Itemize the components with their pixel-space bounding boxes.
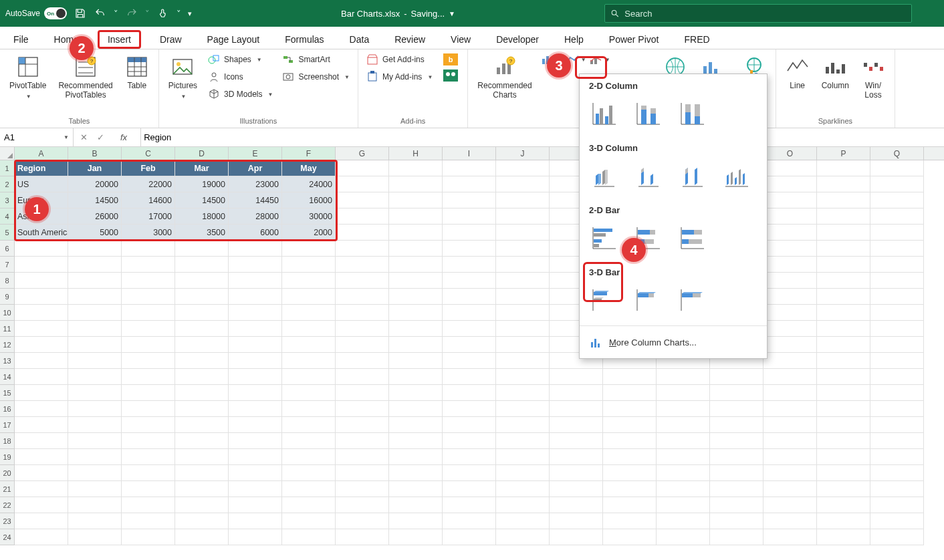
row-header[interactable]: 7	[0, 257, 15, 273]
cell[interactable]: Region	[15, 160, 68, 176]
cell[interactable]	[817, 160, 870, 176]
enter-formula-icon[interactable]: ✓	[97, 132, 104, 142]
3d-100-stacked-column-option[interactable]	[677, 161, 707, 190]
autosave-toggle[interactable]: AutoSave On	[5, 7, 67, 19]
cell[interactable]	[657, 417, 710, 433]
cell[interactable]	[817, 433, 870, 449]
cell[interactable]	[336, 225, 389, 241]
cell[interactable]	[122, 273, 175, 289]
cell[interactable]	[443, 417, 496, 433]
cell[interactable]: 18000	[175, 208, 229, 225]
cell[interactable]	[175, 289, 229, 305]
search-box[interactable]	[604, 4, 912, 23]
undo-icon[interactable]	[94, 7, 107, 20]
cell[interactable]	[336, 401, 389, 417]
cell[interactable]: Jan	[68, 160, 122, 176]
cell[interactable]	[15, 257, 68, 273]
cell[interactable]	[175, 273, 229, 289]
cell[interactable]	[389, 385, 443, 401]
save-icon[interactable]	[74, 7, 87, 20]
cell[interactable]	[710, 433, 763, 449]
cell[interactable]	[870, 385, 924, 401]
cell[interactable]	[282, 321, 336, 337]
cell[interactable]	[389, 497, 443, 513]
cell[interactable]	[550, 417, 603, 433]
cell[interactable]	[870, 433, 924, 449]
column-header[interactable]: F	[282, 147, 336, 160]
cell[interactable]	[389, 513, 443, 529]
cell[interactable]	[443, 241, 496, 257]
cell[interactable]	[175, 465, 229, 481]
cell[interactable]	[817, 513, 870, 529]
cell[interactable]	[15, 289, 68, 305]
more-column-charts-button[interactable]: More Column Charts...	[580, 329, 767, 356]
cell[interactable]	[710, 401, 763, 417]
cell[interactable]	[657, 369, 710, 385]
cell[interactable]	[763, 529, 817, 545]
cell[interactable]	[389, 273, 443, 289]
cell[interactable]	[496, 449, 550, 465]
cell[interactable]	[336, 192, 389, 208]
cell[interactable]	[175, 481, 229, 497]
cell[interactable]	[496, 176, 550, 192]
cell[interactable]	[710, 369, 763, 385]
cell[interactable]	[550, 369, 603, 385]
row-header[interactable]: 4	[0, 208, 15, 225]
cell[interactable]: 14450	[229, 192, 282, 208]
cell[interactable]	[870, 192, 924, 208]
cell[interactable]	[229, 529, 282, 545]
cell[interactable]	[870, 321, 924, 337]
cell[interactable]	[763, 385, 817, 401]
cell[interactable]: Feb	[122, 160, 175, 176]
cell[interactable]	[336, 289, 389, 305]
cell[interactable]: 16000	[282, 192, 336, 208]
cell[interactable]	[336, 497, 389, 513]
cell[interactable]	[657, 529, 710, 545]
cell[interactable]	[550, 513, 603, 529]
row-header[interactable]: 11	[0, 321, 15, 337]
cell[interactable]	[336, 305, 389, 321]
cell[interactable]	[763, 353, 817, 369]
cell[interactable]	[817, 449, 870, 465]
cell[interactable]	[336, 449, 389, 465]
cell[interactable]	[870, 289, 924, 305]
people-graph-addin[interactable]	[439, 68, 462, 83]
cell[interactable]	[603, 369, 657, 385]
tab-developer[interactable]: Developer	[489, 30, 546, 49]
cell[interactable]	[336, 385, 389, 401]
cell[interactable]	[710, 481, 763, 497]
cell[interactable]	[603, 417, 657, 433]
cell[interactable]	[122, 417, 175, 433]
cell[interactable]	[443, 208, 496, 225]
name-box[interactable]: ▼	[0, 128, 74, 146]
cell[interactable]	[870, 273, 924, 289]
cell[interactable]	[817, 465, 870, 481]
cell[interactable]	[763, 176, 817, 192]
cell[interactable]	[175, 369, 229, 385]
icons-button[interactable]: Icons	[205, 69, 275, 84]
cell[interactable]	[389, 257, 443, 273]
cell[interactable]	[710, 417, 763, 433]
cell[interactable]	[15, 465, 68, 481]
cell[interactable]	[657, 465, 710, 481]
cell[interactable]: 3500	[175, 225, 229, 241]
cell[interactable]	[336, 337, 389, 353]
screenshot-button[interactable]: Screenshot▼	[279, 69, 352, 84]
cell[interactable]	[282, 353, 336, 369]
column-header[interactable]: O	[763, 147, 817, 160]
cell[interactable]	[603, 449, 657, 465]
cell[interactable]	[870, 497, 924, 513]
fx-icon[interactable]: fx	[114, 132, 134, 142]
cell[interactable]	[443, 385, 496, 401]
cell[interactable]	[550, 481, 603, 497]
cell[interactable]	[603, 401, 657, 417]
cell[interactable]	[443, 529, 496, 545]
cell[interactable]	[68, 465, 122, 481]
cell[interactable]	[870, 337, 924, 353]
cell[interactable]	[282, 401, 336, 417]
cell[interactable]	[870, 465, 924, 481]
cell[interactable]: 3000	[122, 225, 175, 241]
cell[interactable]	[15, 353, 68, 369]
cell[interactable]	[282, 257, 336, 273]
cell[interactable]	[389, 321, 443, 337]
